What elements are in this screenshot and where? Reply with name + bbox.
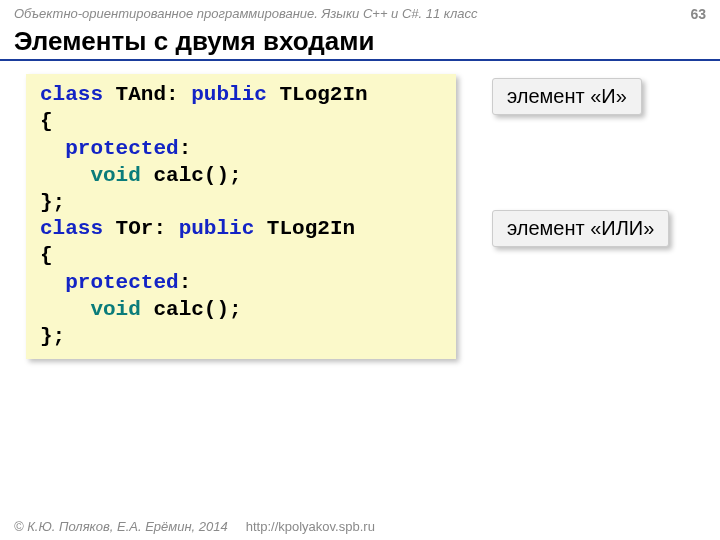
- code-text: TLog2In: [267, 83, 368, 106]
- code-text: TOr:: [103, 217, 179, 240]
- keyword-public: public: [191, 83, 267, 106]
- course-label: Объектно-ориентированное программировани…: [14, 6, 478, 22]
- keyword-protected: protected: [40, 137, 179, 160]
- code-text: TAnd:: [103, 83, 191, 106]
- code-text: :: [179, 137, 192, 160]
- slide-title: Элементы с двумя входами: [0, 22, 720, 61]
- page-number: 63: [690, 6, 706, 22]
- code-text: {: [40, 244, 53, 267]
- code-text: TLog2In: [254, 217, 355, 240]
- code-text: calc();: [141, 164, 242, 187]
- keyword-void: void: [40, 164, 141, 187]
- footer-url: http://kpolyakov.spb.ru: [246, 519, 375, 534]
- code-block: class TAnd: public TLog2In { protected: …: [26, 74, 456, 359]
- keyword-protected: protected: [40, 271, 179, 294]
- code-text: :: [179, 271, 192, 294]
- footer: © К.Ю. Поляков, Е.А. Ерёмин, 2014 http:/…: [0, 513, 720, 540]
- copyright: © К.Ю. Поляков, Е.А. Ерёмин, 2014: [14, 519, 228, 534]
- keyword-void: void: [40, 298, 141, 321]
- code-text: calc();: [141, 298, 242, 321]
- code-text: {: [40, 110, 53, 133]
- header-bar: Объектно-ориентированное программировани…: [0, 0, 720, 22]
- code-text: };: [40, 325, 65, 348]
- callout-or: элемент «ИЛИ»: [492, 210, 669, 247]
- code-text: };: [40, 191, 65, 214]
- keyword-class: class: [40, 83, 103, 106]
- keyword-public: public: [179, 217, 255, 240]
- callout-and: элемент «И»: [492, 78, 642, 115]
- keyword-class: class: [40, 217, 103, 240]
